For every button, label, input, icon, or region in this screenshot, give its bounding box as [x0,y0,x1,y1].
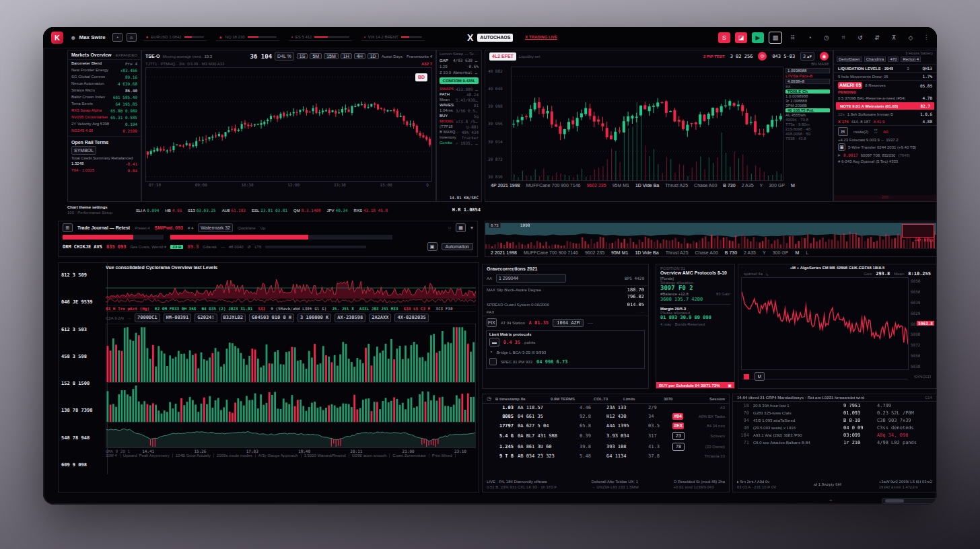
tape-item[interactable]: J5. J5l 8 [332,306,354,311]
col-header[interactable]: B timestamp 8a [495,397,547,401]
horizontal-scrollbar[interactable] [882,498,937,504]
refresh-icon[interactable]: ⟳ [758,52,767,61]
scale-item[interactable]: 3PM-2098B [785,104,830,108]
amount-input[interactable]: 1 299044 [496,274,566,283]
watchlist-row[interactable]: 2Y Velocity Avg 5398 0.194 [68,120,141,127]
topbar-icon[interactable]: ⌗ [837,32,849,43]
timeframe-button[interactable]: 4H [354,53,365,59]
ticker-item[interactable]: RXS 43.18 45.8 [354,208,388,213]
table-row[interactable]: 104 A93.1 Wat (292) 3083 /P90 03:099 A0q… [733,431,936,439]
up-label[interactable]: Up [260,226,266,230]
stat-chip[interactable]: Deriv/Daten [837,57,862,62]
chart-plot-area[interactable] [511,67,783,181]
buy-strip[interactable]: BUY per Schedule 04 30/71 73% ▣ [656,382,734,388]
bell-icon[interactable]: ◔ [112,33,123,42]
scale-item[interactable]: 40 108.75 PnL [785,108,830,112]
market-widget[interactable]: ▪ VIX 14.2 BRENT [361,34,425,41]
alert-row[interactable]: NOTE 9.01 A Weinstein (01.03) 82.7 [836,102,934,110]
chart-plot-area[interactable]: BD [145,67,432,182]
buy-strip-icon[interactable]: ▣ [728,383,732,388]
automation-icon[interactable]: ▣ [427,242,438,251]
scale-item[interactable]: T938 · 43.8 [785,137,830,141]
topbar-icon[interactable]: ▥ [769,32,782,44]
drag-icon[interactable]: ⠿ [874,129,878,135]
topbar-icon[interactable]: ◔ [804,32,816,43]
symbol-field[interactable]: SYMBOL [71,146,96,155]
signal-chip[interactable]: 7000DC1 [135,314,160,322]
watchlist-row[interactable]: Barometer Blend Pre 4 [68,60,141,67]
tape-item[interactable]: 3C3 F30 [435,306,452,311]
chevron-down-icon[interactable]: ▾ [470,225,473,231]
lot-box[interactable]: 1004 AZM [553,319,584,327]
upper-plot[interactable] [742,278,908,379]
scale-item[interactable]: 1.0938988 [785,68,830,73]
tape-item[interactable]: 9 (5Mavb/aNd L30t Gl G) [271,306,326,311]
candlestick-chart-2[interactable] [512,67,783,180]
watchlist-mode[interactable]: EXPANDED [115,53,137,57]
signal-chip[interactable]: 3 100000 K [298,314,331,322]
market-widget[interactable]: ▲ NQ 18 230 [216,34,279,41]
quantity-stepper[interactable]: 3 ▴▾ [800,52,814,61]
stat-chip[interactable]: 470 [888,57,899,62]
scale-item[interactable]: 3r 1.098888 [785,99,830,103]
topbar-icon[interactable]: ◷ [820,32,833,43]
tape-item[interactable]: B4 D35 (2) J023 31.01 [201,306,252,311]
table-row[interactable]: 9 T 8 AB 034 23 323 5.48 G4 1134 37.8 Th… [483,452,729,460]
overflow-menu-icon[interactable]: ⋮ [923,34,929,40]
watchlist-row[interactable]: Nexus Automation 4 639.68 [68,80,141,87]
watermark-field[interactable]: Watermark 32 [198,223,233,232]
topbar-icon[interactable]: ▶ [752,32,764,43]
timeframe-button[interactable]: 15M [324,53,339,59]
watchlist-row[interactable]: New Frontier Energy +83.456 [68,67,141,73]
col-header[interactable]: 0.9M TERMS [551,397,590,401]
volume-chart-2[interactable] [106,383,475,422]
scale-item[interactable]: 219.8098 · 48 [785,127,830,131]
scale-item[interactable]: 4.0938+8 [785,79,830,84]
watchlist-row[interactable]: Terra Semis 64 195.85 [68,100,141,107]
col-header[interactable]: Session [691,397,725,401]
ticker-item[interactable]: JPV 40.34 [327,208,348,213]
depth-chart-area[interactable]: 8:73 1998 -47 088k [485,221,936,248]
volume-chart-1[interactable] [106,324,475,382]
signal-chip[interactable]: AX-230598 [335,314,365,322]
watchlist-row[interactable]: SG Global Comms 89.16 [68,73,141,80]
watchlist-row[interactable]: Stratos Micro 86.40 [68,87,141,94]
depth-chart[interactable] [485,221,936,248]
journal-icon[interactable]: ⊞ [63,223,73,232]
scale-item[interactable]: 1.0.0098988 [785,94,830,98]
table-row[interactable]: 1.245 0A 861 3U 60 39.8 393 108 41.3 78 … [483,441,729,452]
drawdown-chart[interactable] [742,379,908,389]
chart-symbol[interactable]: TSE-O [145,54,160,59]
fix-icon[interactable]: FIX [487,318,497,327]
grid-toggle-icon[interactable]: ▦ [456,223,466,232]
topbar-icon[interactable]: ⇵ [871,32,883,43]
checkbox-icon[interactable] [489,358,497,365]
topbar-icon[interactable]: ◪ [735,32,747,43]
signal-chip[interactable]: 2A2AXX [369,314,391,322]
tape-item[interactable]: A33L J03 J5l M33 [359,306,398,311]
topbar-icon[interactable]: ◇ [905,32,917,43]
volatility-chart[interactable] [106,270,476,305]
scale-item[interactable]: 498.0098 · 59 [785,132,830,136]
market-widget[interactable]: ● EURUSD 1.0842 [143,34,207,41]
scrollbar-thumb[interactable] [885,499,904,503]
topbar-icon[interactable]: ⠿ [787,32,799,43]
signal-chip[interactable]: G2024! [195,314,217,322]
watchlist-row[interactable]: Baltic Crown Index 601 585.49 [68,94,141,100]
timeframe-button[interactable]: 5M [310,53,322,59]
watchlist-row[interactable]: NG245 4.09 0.2599 [68,127,141,134]
signal-line-chart[interactable] [742,278,908,379]
topbar-icon[interactable]: ↺ [854,32,866,43]
symbol-badge[interactable]: 4L2 EFET [489,52,516,61]
scale-item[interactable]: T73a · 9.80m [785,122,830,126]
market-widget[interactable]: ▪ ES 5 412 [289,34,352,41]
lower-plot[interactable] [742,379,908,389]
signal-chip[interactable]: 4X-0202035 [394,314,428,322]
table-row[interactable]: 1.03 AA 118.57 4.46 23A 133 2/9 A3 [483,404,729,412]
watchlist-row[interactable]: RX5 Swap Alpha 65.8B 0.989 [68,107,141,114]
minus-icon[interactable]: ▬ [489,338,499,346]
stat-chip[interactable]: Rezion 4 [901,57,921,62]
record-icon[interactable]: ◉ [820,52,829,61]
layers-icon[interactable]: ⊟ [838,127,848,136]
quicklane-label[interactable]: Quicklane [238,226,256,230]
